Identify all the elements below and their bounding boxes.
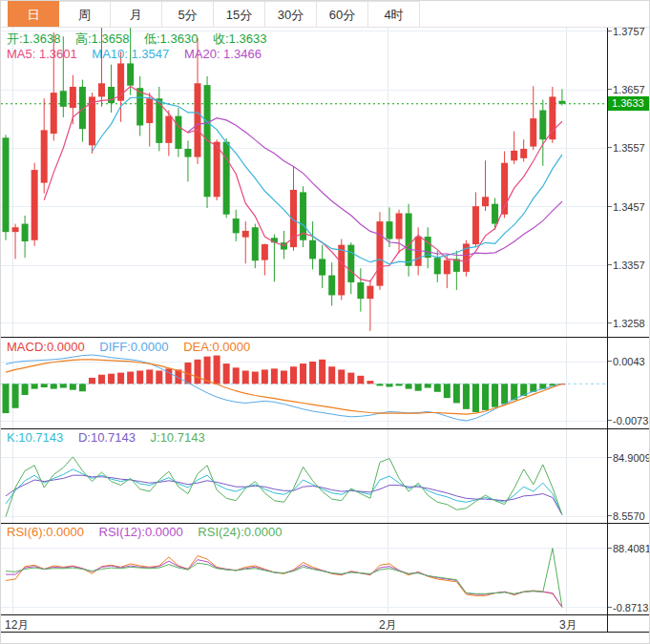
macd-bar bbox=[319, 360, 325, 384]
tab-day[interactable]: 日 bbox=[8, 1, 59, 27]
candle-body bbox=[165, 116, 172, 143]
main-candlestick-chart[interactable] bbox=[1, 28, 607, 337]
macd-bar bbox=[89, 378, 95, 384]
series-line bbox=[6, 556, 562, 608]
current-price-tag: 1.3633 bbox=[608, 96, 650, 111]
macd-bar bbox=[290, 366, 297, 384]
macd-bar bbox=[79, 384, 86, 391]
macd-bar bbox=[51, 384, 57, 388]
candle-body bbox=[127, 63, 134, 85]
macd-bar bbox=[425, 384, 431, 387]
macd-bar bbox=[376, 384, 383, 385]
candle-body bbox=[12, 227, 19, 232]
candle-body bbox=[367, 286, 373, 300]
macd-bar bbox=[127, 372, 134, 384]
macd-bar bbox=[60, 384, 67, 387]
candle-body bbox=[347, 245, 354, 282]
kdj-indicator-chart[interactable] bbox=[1, 429, 607, 523]
candle-body bbox=[252, 227, 259, 260]
tab-60min[interactable]: 60分 bbox=[317, 1, 368, 27]
macd-bar bbox=[98, 375, 105, 384]
macd-bar bbox=[396, 384, 403, 385]
macd-bar bbox=[223, 364, 230, 384]
macd-bar bbox=[444, 384, 451, 398]
candle-body bbox=[338, 245, 345, 296]
macd-bar bbox=[434, 384, 441, 391]
candle-body bbox=[41, 130, 48, 182]
y-axis-tick: 88.4081 bbox=[608, 543, 650, 554]
candle-body bbox=[108, 87, 115, 103]
y-axis-tick: -0.8713 bbox=[608, 602, 650, 613]
macd-bar bbox=[271, 368, 278, 384]
macd-bar bbox=[281, 370, 287, 384]
candle-body bbox=[70, 87, 76, 108]
macd-bar bbox=[108, 374, 115, 384]
macd-indicator-chart[interactable] bbox=[1, 338, 607, 428]
candle-body bbox=[233, 218, 240, 233]
macd-bar bbox=[501, 384, 508, 404]
macd-bar bbox=[252, 372, 259, 384]
y-axis-tick: 1.3258 bbox=[608, 318, 650, 329]
candle-body bbox=[175, 116, 181, 149]
candle-body bbox=[51, 93, 57, 134]
candle-body bbox=[482, 197, 489, 206]
candle-body bbox=[558, 101, 565, 104]
macd-bar bbox=[472, 384, 479, 412]
y-axis-tick: 84.9009 bbox=[608, 452, 650, 464]
macd-bar bbox=[31, 384, 38, 388]
y-axis-tick: 1.3557 bbox=[608, 142, 650, 154]
tab-5min[interactable]: 5分 bbox=[162, 1, 214, 27]
candle-body bbox=[520, 149, 527, 158]
x-axis-label: 3月 bbox=[559, 617, 577, 634]
candle-body bbox=[376, 221, 383, 286]
macd-bar bbox=[347, 373, 354, 384]
series-line bbox=[6, 475, 562, 514]
macd-bar bbox=[233, 367, 240, 384]
macd-bar bbox=[3, 384, 10, 413]
candle-body bbox=[319, 259, 325, 275]
panel-separator bbox=[1, 523, 650, 524]
candle-body bbox=[530, 118, 536, 146]
candle-body bbox=[396, 214, 403, 239]
y-axis-tick: 8.5570 bbox=[608, 510, 650, 522]
candle-body bbox=[492, 204, 498, 224]
macd-bar bbox=[387, 384, 393, 386]
candle-body bbox=[328, 276, 335, 296]
y-axis-tick: 1.3357 bbox=[608, 260, 650, 271]
series-line bbox=[6, 560, 562, 608]
candle-body bbox=[549, 96, 556, 139]
candle-body bbox=[136, 88, 143, 125]
tab-week[interactable]: 周 bbox=[59, 1, 111, 27]
candle-body bbox=[262, 244, 268, 260]
candle-body bbox=[357, 282, 364, 299]
macd-bar bbox=[242, 370, 249, 384]
rsi-indicator-chart[interactable] bbox=[1, 524, 607, 614]
tab-month[interactable]: 月 bbox=[111, 1, 162, 27]
macd-bar bbox=[357, 376, 364, 384]
macd-bar bbox=[146, 369, 153, 384]
candle-body bbox=[214, 142, 220, 197]
macd-bar bbox=[214, 356, 220, 384]
tab-30min[interactable]: 30分 bbox=[265, 1, 317, 27]
tab-4hour[interactable]: 4时 bbox=[368, 1, 420, 27]
macd-bar bbox=[41, 384, 48, 387]
macd-bar bbox=[262, 369, 268, 384]
macd-bar bbox=[453, 384, 460, 403]
candle-body bbox=[223, 142, 230, 215]
macd-bar bbox=[12, 384, 19, 407]
tab-15min[interactable]: 15分 bbox=[214, 1, 265, 27]
candle-body bbox=[146, 98, 153, 123]
macd-bar bbox=[328, 366, 335, 384]
macd-bar bbox=[70, 384, 76, 389]
macd-bar bbox=[156, 370, 162, 384]
series-line bbox=[6, 549, 562, 608]
panel-separator bbox=[1, 428, 650, 429]
x-axis-label: 12月 bbox=[5, 617, 29, 634]
macd-bar bbox=[22, 384, 29, 395]
candle-body bbox=[309, 240, 316, 260]
macd-bar bbox=[492, 384, 498, 406]
macd-bar bbox=[136, 370, 143, 384]
panel-separator bbox=[1, 337, 650, 338]
candle-body bbox=[3, 137, 10, 232]
period-tab-bar: 日周月5分15分30分60分4时 bbox=[1, 1, 650, 28]
